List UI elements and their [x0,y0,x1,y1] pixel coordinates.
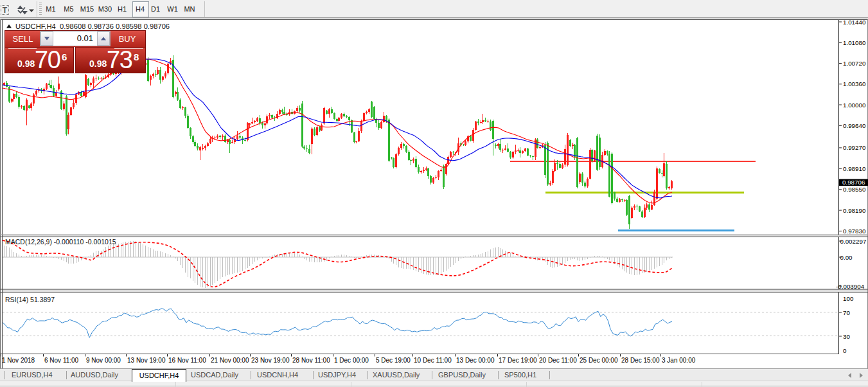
svg-text:-0.003904: -0.003904 [836,283,865,290]
svg-text:RSI(14) 51.3897: RSI(14) 51.3897 [5,296,55,303]
svg-text:1.00360: 1.00360 [843,80,866,87]
svg-text:0.002297: 0.002297 [840,238,867,245]
svg-text:5 Dec 19:00: 5 Dec 19:00 [376,357,411,364]
svg-text:1.00000: 1.00000 [843,102,866,109]
svg-text:20 Dec 11:00: 20 Dec 11:00 [539,357,577,364]
svg-text:28 Dec 15:00: 28 Dec 15:00 [621,357,660,364]
svg-text:0.97830: 0.97830 [843,228,866,235]
svg-text:0.98910: 0.98910 [843,165,866,172]
svg-text:USDCHF,H4 0.98608 0.98736 0.9: USDCHF,H4 0.98608 0.98736 0.98598 0.9870… [15,22,170,30]
svg-text:21 Nov 00:00: 21 Nov 00:00 [211,357,249,364]
svg-text:30: 30 [843,333,850,340]
svg-text:3 Jan 00:00: 3 Jan 00:00 [662,357,696,364]
svg-text:28 Nov 11:00: 28 Nov 11:00 [292,357,330,364]
svg-text:1 Dec 00:00: 1 Dec 00:00 [334,357,369,364]
svg-text:13 Nov 19:00: 13 Nov 19:00 [127,357,166,364]
svg-text:13 Dec 00:00: 13 Dec 00:00 [456,357,495,364]
svg-text:1.01440: 1.01440 [843,19,866,26]
svg-text:9 Nov 00:00: 9 Nov 00:00 [86,357,121,364]
svg-text:100: 100 [843,295,854,302]
svg-text:0.98550: 0.98550 [843,186,866,193]
svg-text:10 Dec 11:00: 10 Dec 11:00 [414,357,452,364]
svg-text:17 Dec 19:00: 17 Dec 19:00 [499,357,537,364]
svg-text:16 Nov 11:00: 16 Nov 11:00 [168,357,206,364]
svg-text:MACD(12,26,9) -0.000110 -0.001: MACD(12,26,9) -0.000110 -0.001015 [5,238,116,246]
svg-text:6 Nov 11:00: 6 Nov 11:00 [44,357,79,364]
svg-text:23 Nov 19:00: 23 Nov 19:00 [251,357,290,364]
svg-text:1.01080: 1.01080 [843,39,866,46]
svg-text:0.00: 0.00 [840,254,853,261]
svg-text:0.98706: 0.98706 [842,179,865,186]
svg-text:0.98190: 0.98190 [843,207,866,214]
svg-text:25 Dec 00:00: 25 Dec 00:00 [580,357,618,364]
svg-text:1 Nov 2018: 1 Nov 2018 [2,357,35,364]
svg-text:70: 70 [843,309,850,316]
svg-text:0: 0 [843,347,847,354]
svg-text:0.99640: 0.99640 [843,122,866,129]
svg-text:1.00720: 1.00720 [843,60,866,67]
svg-text:0.99270: 0.99270 [843,144,866,151]
